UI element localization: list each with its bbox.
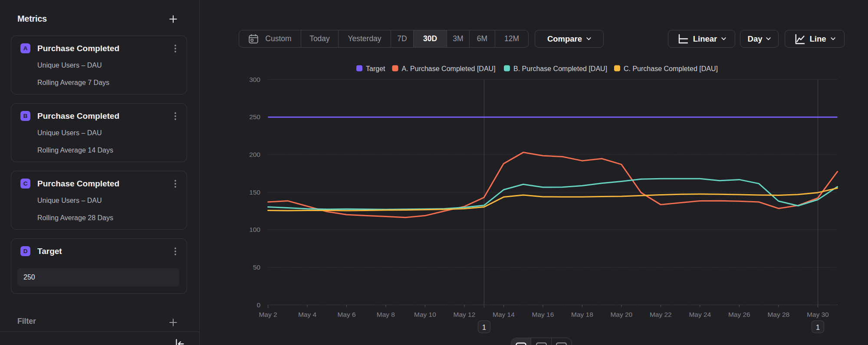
svg-text:50: 50 bbox=[253, 264, 261, 271]
svg-text:May 18: May 18 bbox=[571, 311, 593, 318]
svg-text:May 24: May 24 bbox=[689, 311, 711, 318]
svg-text:100: 100 bbox=[249, 226, 260, 233]
svg-text:B. Purchase Completed [DAU]: B. Purchase Completed [DAU] bbox=[513, 65, 607, 72]
svg-text:C. Purchase Completed [DAU]: C. Purchase Completed [DAU] bbox=[624, 65, 718, 72]
svg-text:May 28: May 28 bbox=[767, 311, 789, 318]
svg-text:May 26: May 26 bbox=[728, 311, 750, 318]
svg-text:May 6: May 6 bbox=[337, 311, 355, 318]
svg-text:May 30: May 30 bbox=[807, 311, 829, 318]
svg-text:May 22: May 22 bbox=[650, 311, 672, 318]
svg-text:May 10: May 10 bbox=[414, 311, 436, 318]
svg-text:May 20: May 20 bbox=[610, 311, 632, 318]
svg-text:May 16: May 16 bbox=[532, 311, 554, 318]
svg-text:May 8: May 8 bbox=[377, 311, 395, 318]
svg-text:150: 150 bbox=[249, 189, 260, 196]
svg-text:May 4: May 4 bbox=[298, 311, 317, 318]
svg-text:1: 1 bbox=[816, 323, 820, 332]
svg-text:250: 250 bbox=[249, 113, 260, 120]
svg-text:0: 0 bbox=[256, 301, 260, 309]
svg-text:May 2: May 2 bbox=[259, 311, 277, 318]
svg-text:May 14: May 14 bbox=[493, 311, 515, 318]
svg-text:A. Purchase Completed [DAU]: A. Purchase Completed [DAU] bbox=[402, 65, 496, 72]
svg-text:May 12: May 12 bbox=[453, 311, 475, 318]
svg-text:200: 200 bbox=[249, 151, 260, 158]
svg-text:1: 1 bbox=[482, 323, 486, 332]
svg-text:300: 300 bbox=[249, 76, 260, 83]
svg-text:Target: Target bbox=[366, 65, 385, 72]
